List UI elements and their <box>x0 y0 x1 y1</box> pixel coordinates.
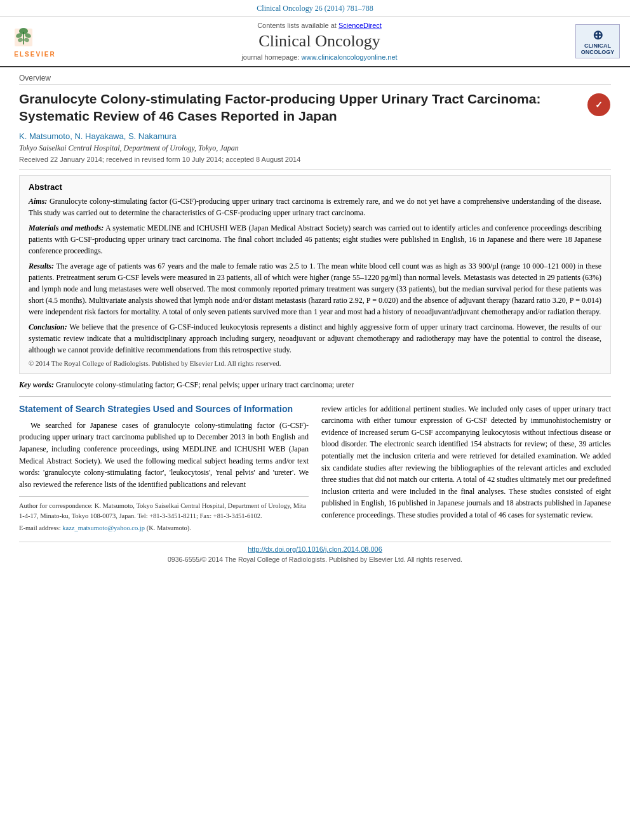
keywords-text: Granulocyte colony-stimulating factor; G… <box>56 380 354 389</box>
results-text: The average age of patients was 67 years… <box>29 262 601 316</box>
right-column: review articles for additional pertinent… <box>321 403 611 535</box>
left-column: Statement of Search Strategies Used and … <box>19 403 309 535</box>
copyright-line: © 2014 The Royal College of Radiologists… <box>29 359 601 367</box>
methods-text: A systematic MEDLINE and ICHUSHI WEB (Ja… <box>29 223 601 255</box>
journal-citation: Clinical Oncology 26 (2014) 781–788 <box>257 4 373 13</box>
issn-line: 0936-6555/© 2014 The Royal College of Ra… <box>168 556 462 563</box>
elsevier-icon <box>11 25 59 50</box>
article-title-row: Granulocyte Colony-stimulating Factor-pr… <box>19 90 611 125</box>
aims-text: Granulocyte colony-stimulating factor (G… <box>29 197 601 217</box>
abstract-methods: Materials and methods: A systematic MEDL… <box>29 222 601 257</box>
affiliation: Tokyo Saiselkai Central Hospital, Depart… <box>19 143 611 153</box>
rule-after-dates <box>19 170 611 170</box>
journal-top-bar: Clinical Oncology 26 (2014) 781–788 <box>0 0 630 17</box>
received-dates: Received 22 January 2014; received in re… <box>19 156 611 163</box>
keywords-section: Key words: Granulocyte colony-stimulatin… <box>19 380 611 390</box>
abstract-title: Abstract <box>29 182 601 192</box>
keywords-label: Key words: <box>19 380 54 389</box>
bottom-bar: http://dx.doi.org/10.1016/j.clon.2014.08… <box>19 542 611 566</box>
conclusion-label: Conclusion: <box>29 323 67 331</box>
abstract-results: Results: The average age of patients was… <box>29 260 601 317</box>
article-title: Granulocyte Colony-stimulating Factor-pr… <box>19 90 580 125</box>
methods-label: Materials and methods: <box>29 223 104 232</box>
main-content: Overview Granulocyte Colony-stimulating … <box>0 67 630 576</box>
oncology-logo-box: ⊕ CLINICALONCOLOGY <box>575 24 620 58</box>
elsevier-label: ELSEVIER <box>14 51 55 58</box>
journal-homepage: journal homepage: www.clinicaloncologyon… <box>70 53 569 61</box>
homepage-link[interactable]: www.clinicaloncologyonline.net <box>302 53 398 61</box>
email-link[interactable]: kazz_matsumoto@yahoo.co.jp <box>62 524 145 531</box>
author-footnote-text: Author for correspondence: K. Matsumoto,… <box>19 502 306 519</box>
results-label: Results: <box>29 262 54 270</box>
aims-label: Aims: <box>29 197 47 206</box>
left-para-1: We searched for Japanese cases of granul… <box>19 420 309 491</box>
email-footnote: E-mail address: kazz_matsumoto@yahoo.co.… <box>19 523 309 533</box>
section-heading: Statement of Search Strategies Used and … <box>19 403 309 415</box>
homepage-text: journal homepage: <box>241 53 299 61</box>
sciencedirect-text: Contents lists available at <box>257 22 337 29</box>
conclusion-text: We believe that the presence of G-CSF-in… <box>29 323 601 354</box>
oncology-icon: ⊕ <box>580 27 615 43</box>
rule-after-keywords <box>19 396 611 397</box>
sciencedirect-line: Contents lists available at ScienceDirec… <box>70 22 569 29</box>
crossmark-badge: ✓ <box>587 93 611 117</box>
authors: K. Matsumoto, N. Hayakawa, S. Nakamura <box>19 131 611 141</box>
journal-center: Contents lists available at ScienceDirec… <box>70 22 569 61</box>
two-col-section: Statement of Search Strategies Used and … <box>19 403 611 535</box>
email-note: (K. Matsumoto). <box>147 524 191 531</box>
journal-header: ELSEVIER Contents lists available at Sci… <box>0 17 630 67</box>
abstract-aims: Aims: Granulocyte colony-stimulating fac… <box>29 196 601 218</box>
email-label: E-mail address: <box>19 524 61 531</box>
sciencedirect-link[interactable]: ScienceDirect <box>338 22 382 29</box>
abstract-conclusion: Conclusion: We believe that the presence… <box>29 321 601 356</box>
section-type: Overview <box>19 74 611 85</box>
footnote-section: Author for correspondence: K. Matsumoto,… <box>19 497 309 533</box>
page-wrapper: Clinical Oncology 26 (2014) 781–788 ELSE… <box>0 0 630 576</box>
right-para-1: review articles for additional pertinent… <box>321 403 611 521</box>
elsevier-logo: ELSEVIER <box>6 25 64 58</box>
journal-title: Clinical Oncology <box>70 32 569 51</box>
author-footnote: Author for correspondence: K. Matsumoto,… <box>19 501 309 521</box>
doi-link[interactable]: http://dx.doi.org/10.1016/j.clon.2014.08… <box>38 545 592 553</box>
crossmark-icon: ✓ <box>587 93 610 116</box>
abstract-section: Abstract Aims: Granulocyte colony-stimul… <box>19 175 611 374</box>
